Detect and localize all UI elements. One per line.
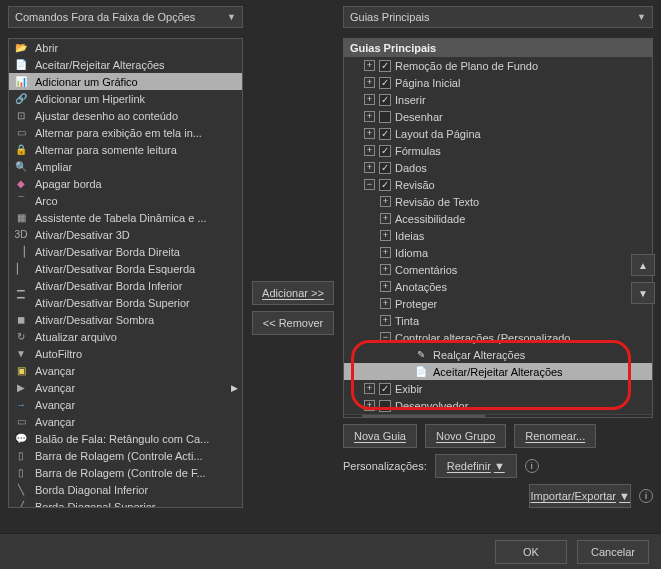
command-item[interactable]: ▼AutoFiltro bbox=[9, 345, 242, 362]
move-up-button[interactable]: ▲ bbox=[631, 254, 655, 276]
cancel-button[interactable]: Cancelar bbox=[577, 540, 649, 564]
command-icon: ▶ bbox=[13, 380, 29, 396]
tree-node[interactable]: −Controlar alterações (Personalizado bbox=[344, 329, 652, 346]
tree-node[interactable]: +Dados bbox=[344, 159, 652, 176]
command-item[interactable]: 🔒Alternar para somente leitura bbox=[9, 141, 242, 158]
command-item[interactable]: 💬Balão de Fala: Retângulo com Ca... bbox=[9, 430, 242, 447]
command-item[interactable]: ╱Borda Diagonal Superior bbox=[9, 498, 242, 507]
command-item[interactable]: ╲Borda Diagonal Inferior bbox=[9, 481, 242, 498]
command-item[interactable]: 📂Abrir bbox=[9, 39, 242, 56]
checkbox[interactable] bbox=[379, 128, 391, 140]
command-item[interactable]: ◆Apagar borda bbox=[9, 175, 242, 192]
command-item[interactable]: ↻Atualizar arquivo bbox=[9, 328, 242, 345]
expand-icon[interactable]: + bbox=[364, 400, 375, 411]
collapse-icon[interactable]: − bbox=[380, 332, 391, 343]
checkbox[interactable] bbox=[379, 111, 391, 123]
expand-icon[interactable]: + bbox=[380, 264, 391, 275]
tree-node[interactable]: +Desenhar bbox=[344, 108, 652, 125]
expand-icon[interactable]: + bbox=[364, 162, 375, 173]
tree-node[interactable]: +Acessibilidade bbox=[344, 210, 652, 227]
expand-icon[interactable]: + bbox=[364, 383, 375, 394]
commands-listbox[interactable]: 📂Abrir📄Aceitar/Rejeitar Alterações📊Adici… bbox=[8, 38, 243, 508]
expand-icon[interactable]: + bbox=[380, 298, 391, 309]
command-item[interactable]: 📊Adicionar um Gráfico bbox=[9, 73, 242, 90]
tree-node-label: Idioma bbox=[395, 247, 428, 259]
new-tab-button[interactable]: Nova Guia bbox=[343, 424, 417, 448]
tree-node-label: Desenvolvedor bbox=[395, 400, 468, 412]
checkbox[interactable] bbox=[379, 400, 391, 412]
move-down-button[interactable]: ▼ bbox=[631, 282, 655, 304]
expand-icon[interactable]: + bbox=[364, 77, 375, 88]
command-item[interactable]: ⊡Ajustar desenho ao conteúdo bbox=[9, 107, 242, 124]
command-item[interactable]: ▏Ativar/Desativar Borda Esquerda bbox=[9, 260, 242, 277]
command-item[interactable]: 🔍Ampliar bbox=[9, 158, 242, 175]
checkbox[interactable] bbox=[379, 60, 391, 72]
tree-node[interactable]: −Revisão bbox=[344, 176, 652, 193]
tree-node[interactable]: ✎Realçar Alterações bbox=[344, 346, 652, 363]
tree-node[interactable]: +Layout da Página bbox=[344, 125, 652, 142]
collapse-icon[interactable]: − bbox=[364, 179, 375, 190]
expand-icon[interactable]: + bbox=[364, 111, 375, 122]
expand-icon[interactable]: + bbox=[380, 247, 391, 258]
command-item[interactable]: ▁Ativar/Desativar Borda Inferior bbox=[9, 277, 242, 294]
checkbox[interactable] bbox=[379, 162, 391, 174]
expand-icon[interactable]: + bbox=[364, 128, 375, 139]
horizontal-scrollbar[interactable]: ◀▶ bbox=[344, 414, 652, 418]
tree-node[interactable]: +Tinta bbox=[344, 312, 652, 329]
command-item[interactable]: ▭Avançar bbox=[9, 413, 242, 430]
command-item[interactable]: ⌒Arco bbox=[9, 192, 242, 209]
tree-node[interactable]: +Fórmulas bbox=[344, 142, 652, 159]
command-item[interactable]: →Avançar bbox=[9, 396, 242, 413]
expand-icon[interactable]: + bbox=[380, 230, 391, 241]
remove-button[interactable]: << Remover bbox=[252, 311, 334, 335]
command-item[interactable]: ▔Ativar/Desativar Borda Superior bbox=[9, 294, 242, 311]
reset-dropdown-button[interactable]: Redefinir ▼ bbox=[435, 454, 517, 478]
expand-icon[interactable]: + bbox=[364, 94, 375, 105]
checkbox[interactable] bbox=[379, 383, 391, 395]
command-item[interactable]: ▯Barra de Rolagem (Controle de F... bbox=[9, 464, 242, 481]
commands-source-dropdown[interactable]: Comandos Fora da Faixa de Opções ▼ bbox=[8, 6, 243, 28]
command-item[interactable]: ▯Barra de Rolagem (Controle Acti... bbox=[9, 447, 242, 464]
tree-node[interactable]: +Idioma bbox=[344, 244, 652, 261]
import-export-dropdown-button[interactable]: Importar/Exportar ▼ bbox=[529, 484, 631, 508]
checkbox[interactable] bbox=[379, 145, 391, 157]
tabs-target-dropdown[interactable]: Guias Principais ▼ bbox=[343, 6, 653, 28]
tree-node[interactable]: 📄Aceitar/Rejeitar Alterações bbox=[344, 363, 652, 380]
expand-icon[interactable]: + bbox=[364, 145, 375, 156]
tree-node-label: Página Inicial bbox=[395, 77, 460, 89]
command-item[interactable]: ▶Avançar▶ bbox=[9, 379, 242, 396]
tree-node[interactable]: +Ideias bbox=[344, 227, 652, 244]
tree-node[interactable]: +Página Inicial bbox=[344, 74, 652, 91]
command-item[interactable]: ◼Ativar/Desativar Sombra bbox=[9, 311, 242, 328]
expand-icon[interactable]: + bbox=[364, 60, 375, 71]
checkbox[interactable] bbox=[379, 77, 391, 89]
checkbox[interactable] bbox=[379, 179, 391, 191]
command-item[interactable]: ▦Assistente de Tabela Dinâmica e ... bbox=[9, 209, 242, 226]
tree-node[interactable]: +Revisão de Texto bbox=[344, 193, 652, 210]
command-item[interactable]: ▣Avançar bbox=[9, 362, 242, 379]
checkbox[interactable] bbox=[379, 94, 391, 106]
expand-icon[interactable]: + bbox=[380, 196, 391, 207]
tree-node[interactable]: +Comentários bbox=[344, 261, 652, 278]
expand-icon[interactable]: + bbox=[380, 281, 391, 292]
command-item[interactable]: 📄Aceitar/Rejeitar Alterações bbox=[9, 56, 242, 73]
expand-icon[interactable]: + bbox=[380, 213, 391, 224]
tree-node[interactable]: +Inserir bbox=[344, 91, 652, 108]
command-item[interactable]: 3DAtivar/Desativar 3D bbox=[9, 226, 242, 243]
info-icon[interactable]: i bbox=[639, 489, 653, 503]
rename-button[interactable]: Renomear... bbox=[514, 424, 596, 448]
new-group-button[interactable]: Novo Grupo bbox=[425, 424, 506, 448]
add-button[interactable]: Adicionar >> bbox=[252, 281, 334, 305]
info-icon[interactable]: i bbox=[525, 459, 539, 473]
ok-button[interactable]: OK bbox=[495, 540, 567, 564]
tree-node[interactable]: +Anotações bbox=[344, 278, 652, 295]
expand-icon[interactable]: + bbox=[380, 315, 391, 326]
tree-node[interactable]: +Proteger bbox=[344, 295, 652, 312]
command-item[interactable]: ▕Ativar/Desativar Borda Direita bbox=[9, 243, 242, 260]
tabs-tree[interactable]: Guias Principais +Remoção de Plano de Fu… bbox=[343, 38, 653, 418]
tree-node[interactable]: +Desenvolvedor bbox=[344, 397, 652, 414]
command-item[interactable]: ▭Alternar para exibição em tela in... bbox=[9, 124, 242, 141]
tree-node[interactable]: +Remoção de Plano de Fundo bbox=[344, 57, 652, 74]
command-item[interactable]: 🔗Adicionar um Hiperlink bbox=[9, 90, 242, 107]
tree-node[interactable]: +Exibir bbox=[344, 380, 652, 397]
